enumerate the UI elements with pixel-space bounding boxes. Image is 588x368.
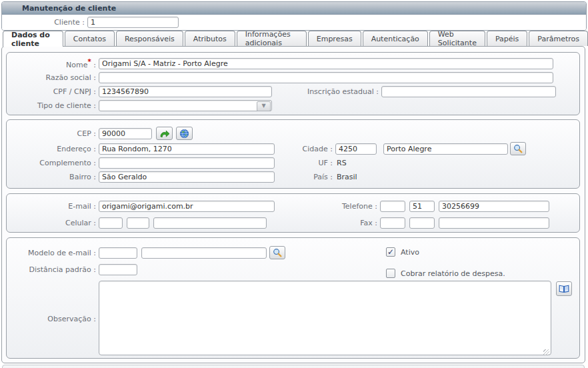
tab-empresas[interactable]: Empresas bbox=[308, 31, 361, 46]
cidade-name-input[interactable] bbox=[383, 143, 508, 155]
distancia-label: Distância padrão : bbox=[7, 265, 96, 274]
page-title: Manutenção de cliente bbox=[22, 4, 116, 13]
cep-input[interactable] bbox=[99, 128, 152, 139]
observacao-row: Observação : bbox=[7, 281, 579, 356]
endereco-row: Endereço : Cidade : bbox=[7, 142, 579, 155]
celular-country-input[interactable] bbox=[99, 217, 123, 229]
tab-autenticacao[interactable]: Autenticação bbox=[363, 31, 428, 46]
tab-atributos[interactable]: Atributos bbox=[185, 31, 235, 46]
endereco-label: Endereço : bbox=[7, 145, 96, 153]
inscricao-estadual-label: Inscrição estadual : bbox=[220, 87, 379, 96]
modelo-email-name-input[interactable] bbox=[141, 247, 267, 259]
complemento-row: Complemento : UF : RS bbox=[7, 156, 579, 169]
razao-social-label: Razão social : bbox=[7, 73, 96, 82]
fax-number-input[interactable] bbox=[439, 217, 549, 229]
tab-parametros[interactable]: Parâmetros bbox=[529, 31, 588, 46]
cep-label: CEP : bbox=[7, 129, 96, 138]
client-id-input[interactable] bbox=[87, 17, 179, 28]
contact-section: E-mail : Telefone : Celular : Fax : bbox=[6, 193, 580, 233]
pais-value: Brasil bbox=[337, 173, 357, 181]
complemento-label: Complemento : bbox=[7, 159, 96, 167]
cpf-cnpj-row: CPF / CNPJ : Inscrição estadual : bbox=[7, 85, 579, 98]
cep-lookup-button[interactable] bbox=[156, 127, 173, 140]
observacao-label: Observação : bbox=[7, 315, 96, 323]
fax-group: Fax : bbox=[220, 216, 549, 229]
cpf-cnpj-label: CPF / CNPJ : bbox=[7, 87, 96, 96]
uf-group: UF : RS bbox=[220, 156, 347, 169]
fax-area-input[interactable] bbox=[409, 217, 435, 229]
tab-web-solicitante[interactable]: Web Solicitante bbox=[429, 31, 485, 46]
ativo-checkbox[interactable]: ✓ bbox=[386, 247, 395, 257]
celular-area-input[interactable] bbox=[127, 217, 149, 229]
celular-label: Celular : bbox=[7, 219, 96, 227]
window-titlebar: Manutenção de cliente bbox=[2, 2, 586, 15]
cidade-search-button[interactable] bbox=[510, 142, 526, 155]
tab-bar: Dados do cliente Contatos Responsáveis A… bbox=[1, 31, 588, 47]
pais-group: País : Brasil bbox=[220, 170, 357, 183]
nome-label: Nome* : bbox=[7, 58, 96, 69]
go-arrow-icon bbox=[159, 129, 170, 138]
tab-papeis[interactable]: Papéis bbox=[487, 31, 527, 46]
bairro-row: Bairro : País : Brasil bbox=[7, 170, 579, 183]
tab-contatos[interactable]: Contatos bbox=[65, 31, 115, 46]
cep-web-search-button[interactable] bbox=[176, 127, 193, 140]
address-section: CEP : Endereço : Cidade : Complemento : bbox=[6, 119, 580, 189]
tab-informacoes-adicionais[interactable]: Informações adicionais bbox=[237, 31, 307, 46]
client-id-row: Cliente : bbox=[2, 15, 586, 30]
observacao-textarea[interactable] bbox=[99, 281, 551, 355]
bottom-toolbar-edge bbox=[2, 365, 585, 368]
nome-row: Nome* : bbox=[7, 57, 579, 70]
telefone-number-input[interactable] bbox=[439, 201, 549, 212]
cobrar-relatorio-checkbox[interactable]: ✓ bbox=[386, 269, 395, 278]
chevron-down-icon[interactable]: ▼ bbox=[257, 101, 271, 111]
telefone-country-input[interactable] bbox=[380, 201, 405, 212]
fax-country-input[interactable] bbox=[380, 217, 405, 229]
magnifier-icon bbox=[513, 144, 523, 153]
check-icon: ✓ bbox=[387, 248, 394, 256]
open-book-icon bbox=[559, 284, 569, 293]
cidade-code-input[interactable] bbox=[335, 143, 377, 155]
email-label: E-mail : bbox=[7, 202, 96, 211]
client-id-label: Cliente : bbox=[2, 18, 85, 27]
client-maintenance-window: Manutenção de cliente Cliente : bbox=[1, 1, 587, 31]
telefone-area-input[interactable] bbox=[409, 201, 435, 212]
ativo-label: Ativo bbox=[401, 248, 419, 257]
fax-label: Fax : bbox=[220, 219, 377, 227]
modelo-email-code-input[interactable] bbox=[99, 247, 137, 259]
identity-section: Nome* : Razão social : CPF / CNPJ : Insc… bbox=[6, 52, 580, 115]
tab-responsaveis[interactable]: Responsáveis bbox=[116, 31, 183, 46]
razao-social-input[interactable] bbox=[99, 72, 553, 83]
modelo-email-search-button[interactable] bbox=[269, 246, 285, 259]
pais-label: País : bbox=[220, 173, 333, 181]
tab-dados-do-cliente[interactable]: Dados do cliente bbox=[3, 31, 63, 47]
distancia-row: Distância padrão : ✓ Cobrar relatório de… bbox=[7, 263, 579, 276]
tipo-cliente-row: Tipo de cliente : ▼ bbox=[7, 99, 579, 112]
distancia-input[interactable] bbox=[99, 264, 137, 275]
magnifier-icon bbox=[273, 248, 282, 257]
misc-section: Modelo de e-mail : ✓ Ativo Distância pad… bbox=[6, 237, 580, 359]
cobrar-group: ✓ Cobrar relatório de despesa. bbox=[386, 267, 505, 280]
tab-content-panel: Nome* : Razão social : CPF / CNPJ : Insc… bbox=[1, 46, 585, 363]
inscricao-estadual-group: Inscrição estadual : bbox=[220, 85, 556, 98]
observacao-textarea-wrap bbox=[99, 281, 551, 357]
ativo-group: ✓ Ativo bbox=[386, 245, 419, 259]
inscricao-estadual-input[interactable] bbox=[381, 86, 556, 97]
tipo-cliente-input[interactable] bbox=[99, 100, 272, 111]
telefone-group: Telefone : bbox=[220, 199, 549, 213]
cidade-label: Cidade : bbox=[220, 145, 333, 153]
email-row: E-mail : Telefone : bbox=[7, 199, 579, 213]
telefone-label: Telefone : bbox=[220, 202, 377, 211]
uf-value: RS bbox=[337, 159, 347, 167]
cobrar-relatorio-label: Cobrar relatório de despesa. bbox=[401, 269, 505, 278]
tipo-cliente-combobox[interactable]: ▼ bbox=[99, 100, 272, 111]
spellcheck-dictionary-button[interactable] bbox=[556, 281, 572, 296]
razao-social-row: Razão social : bbox=[7, 71, 579, 84]
bairro-label: Bairro : bbox=[7, 173, 96, 181]
uf-label: UF : bbox=[220, 159, 333, 167]
celular-row: Celular : Fax : bbox=[7, 216, 579, 229]
nome-input[interactable] bbox=[99, 58, 553, 69]
tipo-cliente-label: Tipo de cliente : bbox=[7, 101, 96, 110]
cep-row: CEP : bbox=[7, 126, 579, 141]
globe-icon bbox=[179, 129, 189, 139]
cidade-group: Cidade : bbox=[220, 142, 526, 155]
